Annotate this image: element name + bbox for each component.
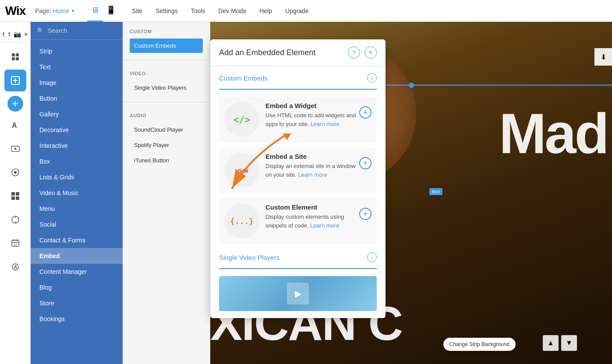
embed-site-desc: Display an external site in a window on … (265, 162, 359, 179)
svg-rect-12 (11, 192, 15, 196)
svg-rect-2 (12, 57, 15, 60)
topbar: Wix Page: Home ▾ 🖥 📱 Site Settings Tools… (0, 0, 612, 22)
sidebar-item-strip[interactable]: Strip (31, 43, 123, 59)
logo: Wix (0, 4, 31, 18)
sidebar-item-contact-forms[interactable]: Contact & Forms (31, 232, 123, 248)
sidebar-item-bookings[interactable]: Bookings (31, 311, 123, 327)
download-icon[interactable]: ⬇ (594, 48, 612, 66)
components-button[interactable] (4, 161, 26, 183)
sub-item-spotify[interactable]: Spotify Player (130, 138, 203, 152)
video-thumbnail: ▶ (219, 276, 377, 311)
sub-section-custom-label: CUSTOM (130, 29, 203, 34)
single-video-info-button[interactable]: i (367, 252, 377, 262)
svg-rect-0 (12, 53, 15, 56)
sidebar-item-content-manager[interactable]: Content Manager (31, 264, 123, 280)
desktop-view-button[interactable]: 🖥 (87, 0, 103, 22)
custom-element-content: Custom Element Display custom elements u… (265, 203, 359, 230)
embed-widget-card: </> Embed a Widget Use HTML code to add … (219, 97, 377, 142)
sidebar-item-gallery[interactable]: Gallery (31, 106, 123, 122)
custom-element-icon: {...} (230, 217, 254, 226)
custom-element-card: {...} Custom Element Display custom elem… (219, 198, 377, 244)
sidebar-item-box[interactable]: Box (31, 154, 123, 169)
nav-tools[interactable]: Tools (191, 7, 205, 14)
custom-element-add-button[interactable]: + (359, 208, 371, 220)
sidebar-item-button[interactable]: Button (31, 91, 123, 106)
sub-item-itunes[interactable]: iTunes Button (130, 153, 203, 168)
single-video-section: Single Video Players i ▶ (219, 252, 377, 311)
text-badge: text (429, 188, 442, 195)
sub-item-single-video[interactable]: Single Video Players (130, 80, 203, 95)
custom-embeds-title: Custom Embeds (219, 74, 268, 82)
modal-close-button[interactable]: × (364, 46, 377, 59)
svg-rect-13 (16, 192, 19, 196)
embed-site-title: Embed a Site (265, 153, 359, 160)
custom-embeds-info-button[interactable]: i (367, 73, 377, 83)
modal-title: Add an Embedded Element (219, 48, 315, 57)
social-links: f t 📷 ✈ (2, 26, 28, 42)
twitter-icon[interactable]: t (8, 30, 11, 38)
nav-site[interactable]: Site (132, 7, 142, 14)
embed-widget-add-button[interactable]: + (359, 106, 371, 119)
svg-rect-15 (16, 196, 19, 200)
gallery-button[interactable] (4, 185, 26, 207)
nav-upgrade[interactable]: Upgrade (285, 7, 309, 14)
prev-arrow-icon[interactable]: ▲ (543, 335, 559, 351)
media-button[interactable] (4, 138, 26, 160)
sidebar-item-social[interactable]: Social (31, 217, 123, 232)
add-button[interactable]: + (7, 96, 23, 112)
custom-embeds-section-header: Custom Embeds i (219, 73, 377, 83)
sidebar-item-image[interactable]: Image (31, 75, 123, 91)
search-bar: 🔍 (31, 22, 123, 40)
tripadvisor-icon[interactable]: ✈ (24, 30, 28, 38)
sidebar-item-interactive[interactable]: Interactive (31, 138, 123, 154)
embed-site-learn-more-link[interactable]: Learn more (298, 172, 327, 178)
mobile-view-button[interactable]: 📱 (103, 0, 119, 22)
svg-text:A: A (14, 265, 17, 270)
wix-logo: Wix (5, 4, 26, 18)
search-input[interactable] (48, 27, 123, 34)
bg-mad-text: Mad (499, 101, 608, 166)
add-elements-button[interactable] (4, 70, 26, 91)
calendar-button[interactable]: 17 (4, 232, 26, 254)
embed-widget-learn-more-link[interactable]: Learn more (311, 121, 340, 127)
sub-section-audio: AUDIO SoundCloud Player Spotify Player i… (123, 106, 210, 171)
sidebar-item-text[interactable]: Text (31, 59, 123, 75)
nav-settings[interactable]: Settings (156, 7, 178, 14)
single-video-title: Single Video Players (219, 254, 279, 261)
svg-text:A: A (12, 122, 17, 129)
sidebar-item-blog[interactable]: Blog (31, 280, 123, 295)
sub-item-soundcloud[interactable]: SoundCloud Player (130, 122, 203, 137)
pen-button[interactable] (4, 209, 26, 231)
svg-rect-14 (11, 196, 15, 200)
instagram-icon[interactable]: 📷 (14, 30, 21, 38)
custom-element-title: Custom Element (265, 203, 359, 211)
svg-rect-3 (16, 57, 19, 60)
sub-section-video: VIDEO Single Video Players (123, 64, 210, 98)
facebook-icon[interactable]: f (2, 30, 5, 38)
sidebar-item-embed[interactable]: Embed (31, 248, 123, 264)
app-button[interactable]: A (4, 256, 26, 278)
sidebar-item-store[interactable]: Store (31, 295, 123, 311)
icon-sidebar: f t 📷 ✈ + A 17 A (0, 22, 31, 364)
elements-panel: 🔍 Strip Text Image Button Gallery Decora… (31, 22, 123, 364)
sub-section-video-label: VIDEO (130, 71, 203, 76)
sidebar-item-lists-grids[interactable]: Lists & Grids (31, 169, 123, 185)
page-name[interactable]: Home (53, 7, 69, 14)
sub-item-custom-embeds[interactable]: Custom Embeds (130, 38, 203, 53)
change-strip-background-button[interactable]: Change Strip Background (443, 338, 516, 351)
sidebar-item-menu[interactable]: Menu (31, 201, 123, 217)
nav-help[interactable]: Help (259, 7, 272, 14)
text-tool-button[interactable]: A (4, 114, 26, 136)
custom-element-learn-more-link[interactable]: Learn more (310, 222, 339, 229)
html-code-icon: </> (233, 114, 251, 125)
embed-site-add-button[interactable]: + (359, 157, 371, 169)
next-arrow-icon[interactable]: ▼ (561, 335, 577, 351)
topbar-nav: Site Settings Tools Dev Mode Help Upgrad… (132, 7, 309, 14)
sidebar-item-decorative[interactable]: Decorative (31, 122, 123, 138)
sidebar-item-video-music[interactable]: Video & Music (31, 185, 123, 201)
nav-dev-mode[interactable]: Dev Mode (218, 7, 246, 14)
modal-help-button[interactable]: ? (348, 46, 360, 59)
chevron-down-icon[interactable]: ▾ (72, 8, 74, 13)
pages-panel-button[interactable] (4, 46, 26, 68)
single-video-section-header: Single Video Players i (219, 252, 377, 262)
